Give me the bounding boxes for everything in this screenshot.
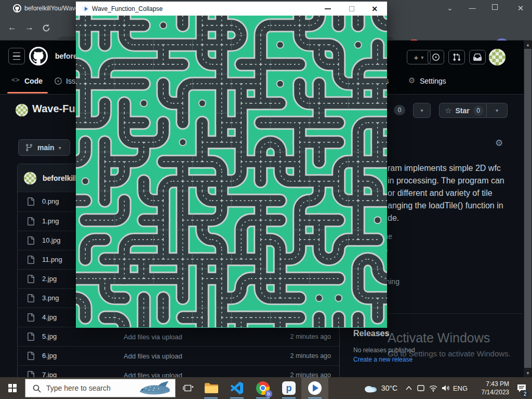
taskbar-file-explorer[interactable] — [200, 377, 222, 399]
search-icon — [33, 384, 41, 393]
taskbar-sketch-running[interactable] — [301, 377, 328, 399]
scroll-up-icon[interactable]: ▲ — [524, 41, 532, 49]
file-name[interactable]: 2.jpg — [42, 275, 57, 283]
processing-icon: p — [282, 381, 296, 395]
about-gear-icon[interactable]: ⚙ — [495, 138, 503, 149]
commit-author-avatar[interactable] — [24, 172, 36, 184]
sketch-maximize-button[interactable] — [345, 3, 358, 15]
file-icon — [26, 217, 35, 225]
branch-name: main — [37, 143, 55, 152]
file-name[interactable]: 0.png — [42, 197, 59, 205]
back-icon[interactable]: ← — [8, 22, 17, 33]
table-row[interactable]: 5.jpgAdd files via upload2 minutes ago — [18, 327, 339, 346]
tray-expand-button[interactable] — [403, 377, 415, 399]
sketch-app-icon — [82, 5, 89, 12]
file-name[interactable]: 1.png — [42, 217, 59, 225]
file-icon — [26, 332, 35, 341]
tray-volume[interactable] — [440, 377, 452, 399]
whale-shark-image — [136, 380, 173, 397]
repo-avatar — [16, 104, 28, 116]
weather-widget[interactable]: 30°C — [356, 377, 404, 399]
file-name[interactable]: 10.jpg — [42, 236, 60, 244]
commit-message[interactable]: Add files via upload — [124, 352, 182, 360]
tray-wifi[interactable] — [427, 377, 440, 399]
notification-badge: 2 — [521, 390, 529, 398]
commit-time: 2 minutes ago — [290, 333, 331, 340]
star-icon: ☆ — [445, 106, 451, 115]
fork-dropdown-button[interactable]: ▾ — [413, 103, 431, 118]
star-dropdown-button[interactable]: ▾ — [487, 103, 508, 118]
hamburger-menu-button[interactable] — [8, 48, 25, 64]
desktop: beforelkillYou/Wave ⌄ — ✕ ← → github.com… — [0, 0, 532, 399]
browser-tab[interactable]: beforelkillYou/Wave — [24, 5, 79, 12]
file-name[interactable]: 4.jpg — [42, 313, 57, 321]
forward-icon[interactable]: → — [25, 22, 34, 33]
tab-settings[interactable]: Settings — [420, 77, 446, 85]
branch-selector[interactable]: main ▾ — [18, 139, 70, 156]
tab-search-chevron-icon[interactable]: ⌄ — [446, 4, 454, 12]
commit-message[interactable]: Add files via upload — [124, 333, 182, 341]
issues-header-icon[interactable] — [428, 50, 444, 64]
start-button[interactable] — [0, 377, 25, 399]
windows-logo-icon — [8, 384, 17, 392]
active-tab-underline — [7, 92, 48, 94]
sketch-titlebar[interactable]: Wave_Function_Collapse ✕ — [76, 2, 387, 16]
file-icon — [26, 197, 35, 206]
pull-requests-icon[interactable] — [448, 50, 465, 64]
cloud-icon — [363, 383, 378, 393]
file-icon — [26, 256, 35, 264]
file-name[interactable]: 11.png — [42, 256, 62, 263]
table-row[interactable]: 6.jpgAdd files via upload2 minutes ago — [18, 346, 339, 365]
branch-icon — [25, 143, 33, 152]
file-icon — [26, 236, 35, 245]
clock-time: 7:43 PM — [472, 380, 509, 388]
releases-heading[interactable]: Releases — [353, 329, 389, 338]
sketch-play-icon — [308, 381, 322, 395]
commit-author[interactable]: beforelkill — [43, 174, 77, 182]
file-name[interactable]: 5.jpg — [42, 332, 57, 340]
browser-restore-button[interactable] — [492, 4, 498, 10]
file-icon — [26, 313, 35, 322]
issues-tab-icon — [54, 77, 62, 85]
chrome-profile-badge: b — [265, 390, 272, 397]
wifi-icon — [429, 385, 437, 392]
action-center-button[interactable]: 2 — [511, 377, 532, 399]
file-icon — [26, 352, 35, 360]
page-title[interactable]: Wave-Fun — [32, 103, 82, 115]
scrollbar-thumb[interactable] — [524, 49, 531, 368]
browser-close-button[interactable]: ✕ — [516, 4, 525, 13]
inbox-icon[interactable] — [469, 50, 486, 64]
clock[interactable]: 7:43 PM 7/14/2023 — [472, 380, 509, 396]
scroll-down-icon[interactable]: ▼ — [524, 369, 532, 377]
language-label: ENG — [453, 384, 468, 392]
reload-icon[interactable] — [42, 23, 51, 33]
github-logo[interactable] — [29, 47, 48, 65]
taskbar-processing[interactable]: p — [277, 377, 300, 399]
sketch-window: Wave_Function_Collapse ✕ — [76, 2, 387, 328]
taskbar-vscode[interactable] — [225, 377, 248, 399]
star-label: Star — [455, 107, 469, 115]
file-icon — [26, 294, 35, 302]
star-button[interactable]: ☆ Star 0 — [439, 103, 487, 118]
browser-minimize-button[interactable]: — — [468, 4, 476, 12]
activate-windows-watermark: Activate Windows Go to Settings to activ… — [388, 330, 511, 358]
file-icon — [26, 275, 35, 283]
sketch-minimize-button[interactable] — [321, 3, 335, 15]
fork-count: 0 — [394, 105, 405, 115]
settings-gear-icon: ⚙ — [408, 76, 415, 85]
tray-tablet-mode[interactable] — [415, 377, 427, 399]
sketch-window-title: Wave_Function_Collapse — [92, 5, 163, 12]
file-name[interactable]: 6.jpg — [42, 352, 57, 360]
task-view-button[interactable] — [178, 377, 198, 399]
page-scrollbar[interactable]: ▲ ▼ — [524, 41, 532, 377]
tab-code[interactable]: Code — [24, 77, 43, 85]
search-input[interactable]: Type here to search — [25, 379, 176, 397]
github-favicon — [13, 4, 21, 12]
taskbar-chrome[interactable]: b — [251, 377, 274, 399]
code-icon: <> — [11, 76, 20, 84]
sketch-close-button[interactable]: ✕ — [368, 3, 381, 15]
language-indicator[interactable]: ENG — [451, 377, 470, 399]
file-name[interactable]: 3.png — [42, 294, 59, 302]
user-avatar[interactable] — [489, 49, 506, 65]
task-view-icon — [183, 383, 193, 393]
